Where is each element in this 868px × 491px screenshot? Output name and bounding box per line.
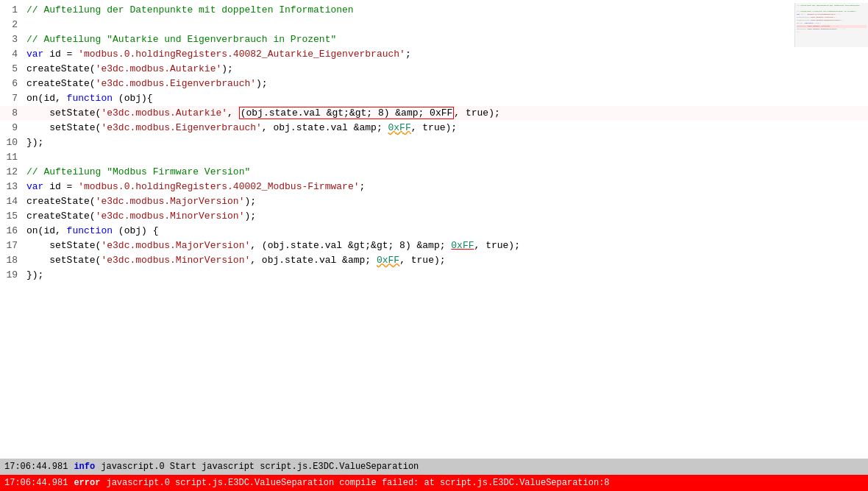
code-line-19: 19}); (0, 268, 868, 283)
line-number-19: 19 (0, 268, 24, 283)
line-number-14: 14 (0, 194, 24, 209)
line-number-8: 8 (0, 106, 24, 121)
line-content-18: setState('e3dc.modbus.MinorVersion', obj… (24, 253, 868, 268)
code-line-3: 3// Aufteilung "Autarkie und Eigenverbra… (0, 32, 868, 47)
code-line-1: 1// Aufteilung der Datenpunkte mit doppe… (0, 3, 868, 18)
minimap-content: // Aufteilung der Datenpunkte mit doppel… (795, 3, 868, 35)
line-content-5: createState('e3dc.modbus.Autarkie'); (24, 62, 868, 77)
code-line-7: 7on(id, function (obj){ (0, 91, 868, 106)
code-line-14: 14createState('e3dc.modbus.MajorVersion'… (0, 194, 868, 209)
code-content: 1// Aufteilung der Datenpunkte mit doppe… (0, 0, 868, 286)
code-line-6: 6createState('e3dc.modbus.Eigenverbrauch… (0, 77, 868, 91)
line-content-1: // Aufteilung der Datenpunkte mit doppel… (24, 3, 868, 18)
code-line-4: 4var id = 'modbus.0.holdingRegisters.400… (0, 47, 868, 62)
status-line-error: 17:06:44.981 error javascript.0 script.j… (0, 475, 868, 491)
line-number-7: 7 (0, 91, 24, 106)
code-line-18: 18 setState('e3dc.modbus.MinorVersion', … (0, 253, 868, 268)
line-number-12: 12 (0, 165, 24, 180)
code-line-5: 5createState('e3dc.modbus.Autarkie'); (0, 62, 868, 77)
line-number-6: 6 (0, 77, 24, 91)
code-line-11: 11 (0, 150, 868, 165)
minimap: // Aufteilung der Datenpunkte mit doppel… (794, 3, 868, 47)
line-content-17: setState('e3dc.modbus.MajorVersion', (ob… (24, 239, 868, 253)
line-content-16: on(id, function (obj) { (24, 224, 868, 239)
line-number-17: 17 (0, 239, 24, 253)
line-number-15: 15 (0, 209, 24, 224)
code-line-9: 9 setState('e3dc.modbus.Eigenverbrauch',… (0, 121, 868, 135)
line-content-9: setState('e3dc.modbus.Eigenverbrauch', o… (24, 121, 868, 135)
status-bar: 17:06:44.981 info javascript.0 Start jav… (0, 459, 868, 491)
status-badge-error: error (74, 478, 100, 488)
status-timestamp-1: 17:06:44.981 (4, 462, 68, 472)
line-content-13: var id = 'modbus.0.holdingRegisters.4000… (24, 180, 868, 194)
line-number-4: 4 (0, 47, 24, 62)
line-number-5: 5 (0, 62, 24, 77)
error-expression: (obj.state.val &gt;&gt; 8) &amp; 0xFF (239, 107, 455, 119)
line-number-16: 16 (0, 224, 24, 239)
status-message-1: javascript.0 Start javascript script.js.… (101, 462, 419, 472)
code-line-13: 13var id = 'modbus.0.holdingRegisters.40… (0, 180, 868, 194)
code-line-8: 8 setState('e3dc.modbus.Autarkie', (obj.… (0, 106, 868, 121)
line-number-3: 3 (0, 32, 24, 47)
line-number-10: 10 (0, 135, 24, 150)
line-content-7: on(id, function (obj){ (24, 91, 868, 106)
line-content-14: createState('e3dc.modbus.MajorVersion'); (24, 194, 868, 209)
code-line-17: 17 setState('e3dc.modbus.MajorVersion', … (0, 239, 868, 253)
code-line-12: 12// Aufteilung "Modbus Firmware Version… (0, 165, 868, 180)
status-badge-info: info (74, 462, 95, 472)
line-number-11: 11 (0, 150, 24, 165)
line-number-2: 2 (0, 18, 24, 32)
line-number-13: 13 (0, 180, 24, 194)
line-content-12: // Aufteilung "Modbus Firmware Version" (24, 165, 868, 180)
status-timestamp-2: 17:06:44.981 (4, 478, 68, 488)
status-message-2: javascript.0 script.js.E3DC.ValueSeparat… (106, 478, 609, 488)
status-line-info: 17:06:44.981 info javascript.0 Start jav… (0, 459, 868, 475)
code-editor[interactable]: 1// Aufteilung der Datenpunkte mit doppe… (0, 0, 868, 459)
line-content-6: createState('e3dc.modbus.Eigenverbrauch'… (24, 77, 868, 91)
code-line-15: 15createState('e3dc.modbus.MinorVersion'… (0, 209, 868, 224)
line-content-8: setState('e3dc.modbus.Autarkie', (obj.st… (24, 106, 868, 121)
line-content-4: var id = 'modbus.0.holdingRegisters.4008… (24, 47, 868, 62)
line-content-3: // Aufteilung "Autarkie und Eigenverbrau… (24, 32, 868, 47)
code-line-10: 10}); (0, 135, 868, 150)
line-content-10: }); (24, 135, 868, 150)
code-line-16: 16on(id, function (obj) { (0, 224, 868, 239)
line-number-1: 1 (0, 3, 24, 18)
code-line-2: 2 (0, 18, 868, 32)
line-content-15: createState('e3dc.modbus.MinorVersion'); (24, 209, 868, 224)
line-number-9: 9 (0, 121, 24, 135)
line-content-19: }); (24, 268, 868, 283)
line-number-18: 18 (0, 253, 24, 268)
